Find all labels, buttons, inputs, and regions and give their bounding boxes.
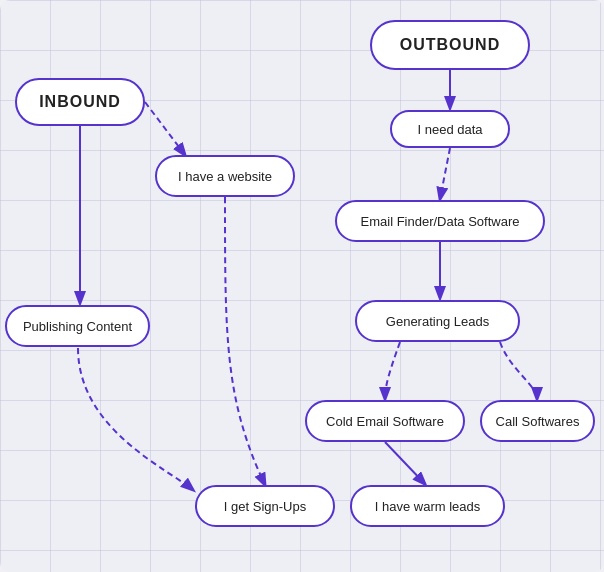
node-call_sw: Call Softwares (480, 400, 595, 442)
node-email_finder: Email Finder/Data Software (335, 200, 545, 242)
node-gen_leads: Generating Leads (355, 300, 520, 342)
node-cold_email: Cold Email Software (305, 400, 465, 442)
node-have_website: I have a website (155, 155, 295, 197)
node-sign_ups: I get Sign-Ups (195, 485, 335, 527)
node-inbound: INBOUND (15, 78, 145, 126)
node-need_data: I need data (390, 110, 510, 148)
svg-line-5 (385, 442, 425, 484)
svg-line-3 (440, 148, 450, 199)
diagram-canvas: INBOUNDOUTBOUNDI have a websiteI need da… (0, 0, 604, 572)
node-warm_leads: I have warm leads (350, 485, 505, 527)
node-publishing: Publishing Content (5, 305, 150, 347)
node-outbound: OUTBOUND (370, 20, 530, 70)
svg-line-1 (145, 102, 185, 155)
